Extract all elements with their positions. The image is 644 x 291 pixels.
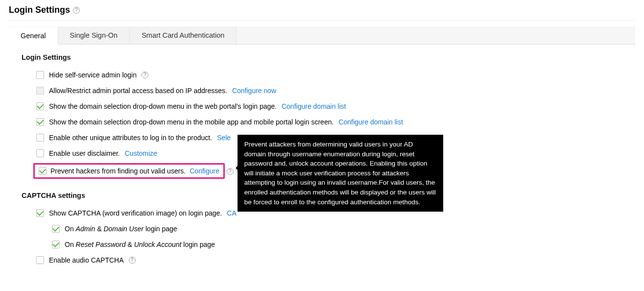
tab-smartcard[interactable]: Smart Card Authentication: [130, 26, 237, 44]
row-label: Enable other unique attributes to log in…: [49, 134, 212, 142]
row-label: Prevent hackers from finding out valid u…: [50, 167, 186, 175]
text: login page: [181, 241, 215, 248]
link-configure-now[interactable]: Configure now: [232, 87, 276, 95]
checkbox[interactable]: [36, 209, 44, 217]
row-on-admin: On Admin & Domain User login page: [9, 221, 635, 237]
link-truncated[interactable]: CA: [227, 209, 236, 217]
row-label: Show CAPTCHA (word verification image) o…: [49, 209, 222, 217]
checkbox: [36, 87, 44, 95]
text: login page: [143, 225, 177, 233]
text: &: [95, 225, 103, 233]
checkbox[interactable]: [36, 134, 44, 142]
row-ip-restrict: Allow/Restrict admin portal access based…: [9, 83, 635, 98]
tab-sso[interactable]: Single Sign-On: [58, 26, 130, 44]
section-heading-login: Login Settings: [22, 53, 635, 61]
help-icon[interactable]: ?: [73, 7, 80, 14]
row-audio-captcha: Enable audio CAPTCHA ?: [9, 252, 635, 268]
checkbox[interactable]: [36, 149, 44, 157]
link-configure-domain-list[interactable]: Configure domain list: [282, 102, 346, 110]
row-hide-admin: Hide self-service admin login ?: [9, 67, 635, 83]
tab-label: General: [21, 32, 46, 40]
tooltip: Prevent attackers from determining valid…: [238, 135, 443, 212]
link-customize[interactable]: Customize: [125, 149, 157, 157]
row-label: Allow/Restrict admin portal access based…: [49, 87, 227, 95]
row-label: Enable audio CAPTCHA: [49, 256, 124, 264]
row-label: Show the domain selection drop-down menu…: [49, 102, 277, 110]
text: On: [65, 225, 76, 233]
text-em: Unlock Account: [134, 241, 182, 248]
row-domain-mobile: Show the domain selection drop-down menu…: [9, 114, 635, 130]
row-domain-web: Show the domain selection drop-down menu…: [9, 98, 635, 114]
tab-label: Smart Card Authentication: [142, 31, 224, 39]
checkbox[interactable]: [36, 256, 44, 264]
row-label: Show the domain selection drop-down menu…: [49, 118, 334, 126]
divider: [9, 20, 635, 21]
link-configure-domain-list[interactable]: Configure domain list: [338, 118, 403, 126]
checkbox[interactable]: [36, 71, 44, 79]
page-title: Login Settings: [9, 5, 70, 15]
tab-label: Single Sign-On: [70, 31, 118, 39]
checkbox[interactable]: [36, 102, 44, 110]
row-prevent-hackers-wrap: Prevent hackers from finding out valid u…: [9, 161, 635, 181]
text-em: Reset Password: [76, 241, 126, 248]
checkbox[interactable]: [52, 225, 60, 233]
text: &: [126, 241, 134, 248]
row-label: On Admin & Domain User login page: [65, 225, 177, 233]
text-em: Domain User: [103, 225, 143, 233]
tooltip-anchor: ? Prevent attackers from determining val…: [227, 167, 234, 175]
link-configure[interactable]: Configure: [190, 167, 219, 175]
tab-general[interactable]: General: [9, 27, 58, 45]
row-on-reset: On Reset Password & Unlock Account login…: [9, 237, 635, 252]
link-truncated[interactable]: Sele: [217, 134, 231, 142]
row-label: Hide self-service admin login: [49, 71, 137, 79]
text: On: [65, 241, 76, 248]
row-label: Enable user disclaimer.: [49, 149, 120, 157]
highlight-box: Prevent hackers from finding out valid u…: [33, 163, 225, 179]
text-em: Admin: [76, 225, 95, 233]
help-icon[interactable]: ?: [142, 72, 148, 78]
checkbox[interactable]: [39, 167, 47, 175]
checkbox[interactable]: [52, 241, 60, 248]
help-icon[interactable]: ?: [129, 257, 136, 264]
tabs: General Single Sign-On Smart Card Authen…: [9, 26, 635, 45]
row-label: On Reset Password & Unlock Account login…: [65, 241, 215, 248]
page-title-row: Login Settings ?: [9, 5, 635, 20]
checkbox[interactable]: [36, 118, 44, 126]
